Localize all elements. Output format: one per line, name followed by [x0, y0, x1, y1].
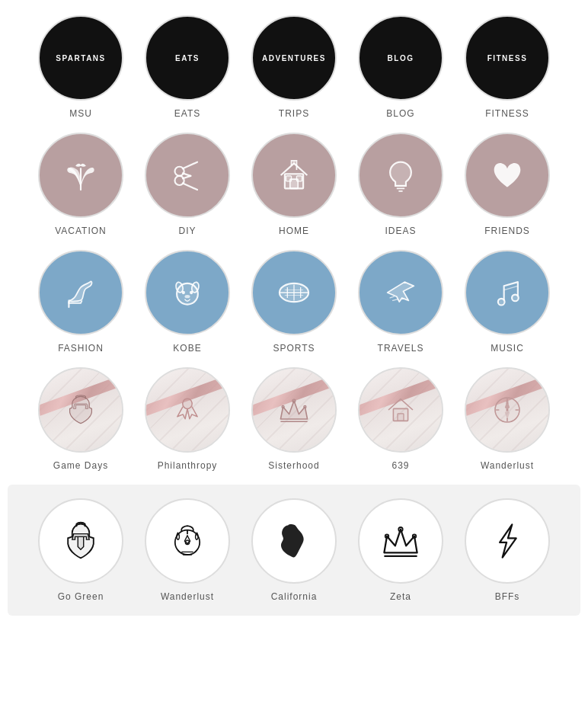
heart-icon — [487, 155, 527, 195]
label-gamedays: Game Days — [53, 460, 108, 471]
svg-line-31 — [504, 286, 518, 290]
circle-639[interactable] — [358, 367, 443, 453]
dog-icon — [168, 273, 207, 312]
label-wanderlust: Wanderlust — [481, 460, 534, 471]
svg-rect-10 — [296, 176, 302, 181]
highlights-grid: SPARTANS MSU EATS EATS ADVENTURES TRIPS … — [8, 15, 580, 623]
circle-fitness[interactable]: FITNESS — [465, 15, 550, 101]
circle-gamedays[interactable] — [38, 367, 123, 453]
compass-marble-icon: N — [489, 392, 526, 428]
circle-zeta[interactable] — [358, 498, 443, 584]
label-wanderlust2: Wanderlust — [161, 591, 214, 602]
item-travels[interactable]: TRAVELS — [347, 250, 454, 354]
label-fitness: FITNESS — [485, 108, 529, 119]
item-sisterhood[interactable]: Sisterhood — [241, 367, 347, 471]
item-blog[interactable]: BLOG BLOG — [347, 15, 454, 119]
item-639[interactable]: 639 — [347, 367, 454, 471]
label-kobe: KOBE — [173, 343, 201, 354]
circle-blog[interactable]: BLOG — [358, 15, 443, 101]
circle-music[interactable] — [465, 250, 550, 335]
item-gogreen[interactable]: Go Green — [27, 498, 134, 602]
label-gogreen: Go Green — [58, 591, 104, 602]
circle-sisterhood[interactable] — [251, 367, 337, 453]
circle-bffs[interactable] — [465, 498, 550, 584]
circle-wanderlust2[interactable] — [145, 498, 230, 584]
label-diy: DIY — [178, 226, 196, 236]
palm-icon — [61, 155, 101, 195]
row-2: VACATION DIY — [8, 133, 580, 242]
home-outline-icon — [382, 392, 419, 428]
item-music[interactable]: MUSIC — [454, 250, 561, 354]
circle-eats[interactable]: EATS — [145, 15, 230, 101]
svg-point-29 — [498, 299, 505, 306]
row-1: SPARTANS MSU EATS EATS ADVENTURES TRIPS … — [8, 15, 580, 125]
label-friends: FRIENDS — [484, 226, 530, 236]
item-home[interactable]: HOME — [241, 133, 347, 236]
circle-trips[interactable]: ADVENTURES — [251, 15, 337, 101]
bulb-icon — [381, 155, 420, 195]
circle-kobe[interactable] — [145, 250, 230, 335]
circle-gogreen[interactable] — [38, 498, 123, 584]
item-msu[interactable]: SPARTANS MSU — [27, 15, 134, 119]
label-sports: SPORTS — [273, 343, 315, 354]
item-ideas[interactable]: IDEAS — [347, 133, 454, 236]
item-kobe[interactable]: KOBE — [134, 250, 241, 354]
item-california[interactable]: California — [241, 498, 347, 602]
svg-point-19 — [182, 291, 185, 294]
circle-travels[interactable] — [358, 250, 443, 335]
item-philanthropy[interactable]: Philanthropy — [134, 367, 241, 471]
icon-fitness: FITNESS — [487, 54, 528, 62]
circle-ideas[interactable] — [358, 133, 443, 218]
item-sports[interactable]: SPORTS — [241, 250, 347, 354]
circle-california[interactable] — [251, 498, 337, 584]
label-msu: MSU — [69, 108, 92, 119]
svg-rect-9 — [286, 176, 292, 181]
svg-line-3 — [183, 162, 197, 169]
item-zeta[interactable]: Zeta — [347, 498, 454, 602]
heel-icon — [61, 273, 101, 312]
plane-icon — [381, 273, 420, 312]
label-fashion: FASHION — [58, 343, 104, 354]
spartan-black-icon — [59, 520, 102, 562]
svg-point-21 — [185, 295, 190, 298]
icon-adventures: ADVENTURES — [262, 54, 326, 62]
svg-text:N: N — [506, 401, 509, 405]
label-ideas: IDEAS — [385, 226, 416, 236]
circle-home[interactable] — [251, 133, 337, 218]
item-eats[interactable]: EATS EATS — [134, 15, 241, 119]
item-fitness[interactable]: FITNESS FITNESS — [454, 15, 561, 119]
circle-vacation[interactable] — [38, 133, 123, 218]
row-5: Go Green Wanderlust — [8, 485, 580, 616]
label-blog: BLOG — [386, 108, 414, 119]
svg-point-30 — [512, 295, 519, 302]
label-travels: TRAVELS — [378, 343, 424, 354]
svg-line-6 — [183, 176, 190, 178]
item-wanderlust2[interactable]: Wanderlust — [134, 498, 241, 602]
item-bffs[interactable]: BFFs — [454, 498, 561, 602]
icon-eats: EATS — [175, 54, 200, 62]
svg-rect-11 — [292, 161, 295, 165]
label-trips: TRIPS — [279, 108, 309, 119]
item-fashion[interactable]: FASHION — [27, 250, 134, 354]
circle-msu[interactable]: SPARTANS — [38, 15, 123, 101]
item-gamedays[interactable]: Game Days — [27, 367, 134, 471]
crown-marble-icon — [276, 393, 312, 427]
circle-sports[interactable] — [251, 250, 337, 335]
label-home: HOME — [279, 226, 309, 236]
compass-black-icon — [167, 520, 208, 562]
circle-friends[interactable] — [465, 133, 550, 218]
icon-blog: BLOG — [388, 54, 414, 62]
circle-philanthropy[interactable] — [145, 367, 230, 453]
label-california: California — [271, 591, 318, 602]
item-trips[interactable]: ADVENTURES TRIPS — [241, 15, 347, 119]
circle-wanderlust[interactable]: N — [465, 367, 550, 453]
circle-diy[interactable] — [145, 133, 230, 218]
label-sisterhood: Sisterhood — [268, 460, 319, 471]
label-bffs: BFFs — [495, 591, 520, 602]
item-vacation[interactable]: VACATION — [27, 133, 134, 236]
circle-fashion[interactable] — [38, 250, 123, 335]
item-friends[interactable]: FRIENDS — [454, 133, 561, 236]
item-diy[interactable]: DIY — [134, 133, 241, 236]
item-wanderlust[interactable]: N Wanderlust — [454, 367, 561, 471]
lightning-icon — [488, 520, 526, 562]
